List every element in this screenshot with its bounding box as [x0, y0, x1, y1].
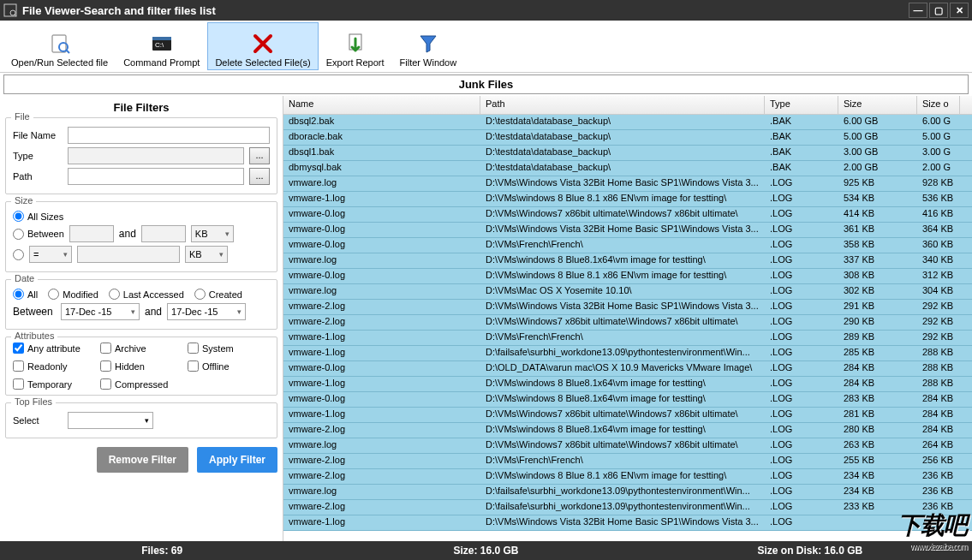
table-row[interactable]: vmware-1.logD:\failsafe\surbhi_workdone1… [283, 346, 972, 361]
cell-type: .LOG [765, 176, 838, 191]
attr-hidden-checkbox[interactable] [100, 360, 111, 372]
cell-size: 291 KB [838, 300, 917, 314]
size-between-radio[interactable] [13, 229, 24, 240]
th-sizeod[interactable]: Size o [917, 96, 960, 114]
table-row[interactable]: vmware-0.logD:\VMs\windows 8 Blue 8.1 x8… [283, 269, 972, 284]
table-row[interactable]: dboracle.bakD:\testdata\database_backup\… [283, 130, 972, 146]
cell-type: .LOG [765, 253, 838, 268]
close-button[interactable]: ✕ [950, 3, 969, 18]
table-row[interactable]: vmware.logD:\failsafe\surbhi_workdone13.… [283, 485, 972, 500]
cell-sizeod [917, 515, 960, 530]
attr-system-label: System [202, 343, 234, 354]
table-row[interactable]: vmware-2.logD:\VMs\Windows7 x86bit ultim… [283, 315, 972, 331]
cell-name: vmware.log [283, 176, 480, 191]
table-row[interactable]: vmware-0.logD:\VMs\Windows7 x86bit ultim… [283, 207, 972, 223]
cell-name: vmware-2.log [283, 469, 480, 484]
table-body[interactable]: dbsql2.bakD:\testdata\database_backup\.B… [283, 115, 972, 545]
cell-name: vmware-1.log [283, 377, 480, 391]
th-size[interactable]: Size [838, 96, 917, 114]
table-row[interactable]: vmware.logD:\VMs\windows 8 Blue8.1x64\vm… [283, 253, 972, 269]
size-op-select[interactable]: = [29, 246, 72, 263]
attr-system-checkbox[interactable] [188, 343, 199, 354]
sidebar-filters: File Filters File File Name Type ... Pat… [0, 96, 283, 545]
table-row[interactable]: vmware-1.logD:\VMs\windows 8 Blue8.1x64\… [283, 377, 972, 392]
table-row[interactable]: vmware-0.logD:\OLD_DATA\varun mac\OS X 1… [283, 361, 972, 377]
table-row[interactable]: vmware-2.logD:\VMs\windows 8 Blue8.1x64\… [283, 423, 972, 438]
date-from-input[interactable]: 17-Dec -15 [61, 303, 140, 320]
table-row[interactable]: vmware-1.logD:\VMs\Windows Vista 32Bit H… [283, 515, 972, 531]
open-run-button[interactable]: Open/Run Selected file [3, 22, 116, 70]
size-all-radio[interactable] [13, 211, 24, 222]
cell-type: .BAK [765, 146, 838, 160]
path-browse-button[interactable]: ... [249, 168, 270, 185]
type-input[interactable] [68, 147, 244, 164]
path-input[interactable] [68, 168, 244, 185]
cell-path: D:\VMs\Windows7 x86bit ultimate\Windows7… [480, 408, 765, 422]
date-all-radio[interactable] [13, 289, 24, 300]
table-row[interactable]: vmware-2.logD:\VMs\French\French\.LOG255… [283, 454, 972, 469]
table-row[interactable]: dbsql1.bakD:\testdata\database_backup\.B… [283, 146, 972, 161]
size-between-label: Between [27, 229, 64, 239]
attr-temporary-checkbox[interactable] [13, 378, 24, 390]
table-row[interactable]: vmware.logD:\VMs\Windows Vista 32Bit Hom… [283, 176, 972, 192]
filter-window-label: Filter Window [400, 57, 457, 68]
date-to-input[interactable]: 17-Dec -15 [167, 303, 246, 320]
attr-readonly-checkbox[interactable] [13, 360, 24, 372]
table-row[interactable]: vmware-1.logD:\VMs\French\French\.LOG289… [283, 331, 972, 346]
size-unit-select[interactable]: KB [191, 225, 234, 242]
size-to-input[interactable] [141, 225, 186, 242]
open-run-label: Open/Run Selected file [11, 57, 108, 68]
type-browse-button[interactable]: ... [249, 147, 270, 164]
table-row[interactable]: vmware.logD:\VMs\Windows7 x86bit ultimat… [283, 438, 972, 454]
attr-hidden-label: Hidden [115, 361, 145, 372]
size-unit-select-2[interactable]: KB [185, 246, 228, 263]
attr-offline-checkbox[interactable] [188, 360, 199, 372]
cell-path: D:\VMs\windows 8 Blue 8.1 x86 EN\vm imag… [480, 269, 765, 283]
table-row[interactable]: vmware-2.logD:\failsafe\surbhi_workdone1… [283, 500, 972, 515]
export-report-label: Export Report [326, 57, 385, 68]
maximize-button[interactable]: ▢ [929, 3, 948, 18]
cell-path: D:\OLD_DATA\varun mac\OS X 10.9 Maverick… [480, 361, 765, 376]
filename-input[interactable] [68, 127, 270, 144]
date-created-radio[interactable] [194, 289, 206, 300]
minimize-button[interactable]: — [909, 3, 927, 18]
export-report-button[interactable]: Export Report [319, 22, 392, 70]
remove-filter-button[interactable]: Remove Filter [97, 447, 188, 473]
attr-archive-checkbox[interactable] [100, 343, 111, 354]
size-from-input[interactable] [69, 225, 114, 242]
apply-filter-button[interactable]: Apply Filter [197, 447, 277, 473]
attr-any-checkbox[interactable] [13, 343, 24, 354]
cell-name: dbsql1.bak [283, 146, 480, 160]
table-row[interactable]: vmware-2.logD:\VMs\Windows Vista 32Bit H… [283, 300, 972, 315]
table-row[interactable]: vmware-0.logD:\VMs\Windows Vista 32Bit H… [283, 223, 972, 238]
filter-window-button[interactable]: Filter Window [392, 22, 465, 70]
topfiles-select[interactable] [68, 412, 153, 429]
cell-name: vmware-0.log [283, 223, 480, 237]
table-row[interactable]: vmware.logD:\VMs\Mac OS X Yosemite 10.10… [283, 284, 972, 300]
size-op-radio[interactable] [13, 249, 24, 260]
delete-selected-button[interactable]: Delete Selected File(s) [207, 22, 318, 70]
th-path[interactable]: Path [480, 96, 765, 114]
size-value-input[interactable] [77, 246, 180, 263]
date-modified-radio[interactable] [48, 289, 59, 300]
th-type[interactable]: Type [765, 96, 838, 114]
table-row[interactable]: dbmysql.bakD:\testdata\database_backup\.… [283, 161, 972, 176]
cell-sizeod: 264 KB [917, 438, 960, 453]
table-row[interactable]: vmware-1.logD:\VMs\windows 8 Blue 8.1 x8… [283, 192, 972, 207]
attr-compressed-checkbox[interactable] [100, 378, 111, 390]
window-title: File Viewer-Search and filter files list [22, 4, 216, 17]
command-prompt-button[interactable]: C:\ Command Prompt [116, 22, 207, 70]
table-row[interactable]: dbsql2.bakD:\testdata\database_backup\.B… [283, 115, 972, 130]
cell-type: .LOG [765, 500, 838, 515]
date-lastaccessed-radio[interactable] [109, 289, 120, 300]
table-row[interactable]: vmware-0.logD:\VMs\French\French\.LOG358… [283, 238, 972, 253]
table-row[interactable]: vmware-0.logD:\VMs\windows 8 Blue8.1x64\… [283, 392, 972, 408]
cell-size: 281 KB [838, 408, 917, 422]
cell-sizeod: 288 KB [917, 346, 960, 360]
attr-offline-label: Offline [202, 361, 230, 372]
table-row[interactable]: vmware-1.logD:\VMs\Windows7 x86bit ultim… [283, 408, 972, 423]
th-name[interactable]: Name [283, 96, 480, 114]
cell-type: .LOG [765, 392, 838, 407]
table-row[interactable]: vmware-2.logD:\VMs\windows 8 Blue 8.1 x8… [283, 469, 972, 485]
cell-type: .LOG [765, 515, 838, 530]
